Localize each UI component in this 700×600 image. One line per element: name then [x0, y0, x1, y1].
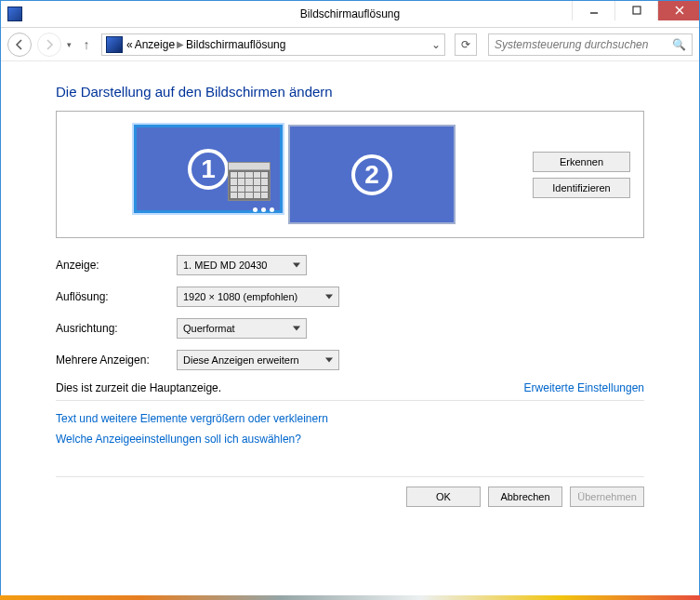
dialog-footer: OK Abbrechen Übernehmen: [0, 476, 700, 507]
select-multiple-value: Diese Anzeigen erweitern: [183, 354, 299, 366]
row-resolution: Auflösung: 1920 × 1080 (empfohlen): [56, 287, 644, 307]
breadcrumb-item[interactable]: Anzeige: [135, 38, 175, 51]
forward-button[interactable]: [37, 33, 61, 57]
footer-separator: [56, 476, 644, 477]
svg-rect-1: [633, 7, 641, 14]
display-arrangement-box: 1 2 Erkennen Identifizieren: [56, 111, 644, 238]
window-titlebar: Bildschirmauflösung: [0, 0, 700, 28]
resize-text-link[interactable]: Text und weitere Elemente vergrößern ode…: [56, 412, 644, 425]
row-multiple: Mehrere Anzeigen: Diese Anzeigen erweite…: [56, 350, 644, 370]
back-button[interactable]: [7, 33, 32, 57]
monitor-2[interactable]: 2: [288, 125, 456, 224]
detect-button[interactable]: Erkennen: [533, 152, 630, 172]
taskbar-dots-icon: [253, 207, 274, 212]
select-display-value: 1. MED MD 20430: [183, 260, 267, 271]
ok-button[interactable]: OK: [406, 487, 481, 507]
bottom-accent-strip: [0, 595, 700, 600]
page-heading: Die Darstellung auf den Bildschirmen änd…: [56, 84, 644, 100]
app-thumbnail-icon: [228, 162, 271, 201]
address-bar[interactable]: « Anzeige ▶ Bildschirmauflösung ⌄: [101, 33, 445, 56]
footer-buttons: OK Abbrechen Übernehmen: [56, 487, 644, 507]
row-orientation: Ausrichtung: Querformat: [56, 318, 644, 339]
search-icon: 🔍: [672, 38, 686, 51]
label-orientation: Ausrichtung:: [56, 322, 177, 335]
monitor-number: 1: [188, 149, 229, 190]
label-resolution: Auflösung:: [56, 290, 177, 303]
window-controls: [572, 0, 700, 27]
window-icon: [7, 7, 22, 21]
monitor-number: 2: [351, 154, 392, 195]
up-button[interactable]: ↑: [77, 35, 96, 54]
display-action-buttons: Erkennen Identifizieren: [533, 152, 630, 198]
history-dropdown-icon[interactable]: ▾: [67, 40, 72, 49]
display-preview-area[interactable]: 1 2: [70, 121, 520, 228]
select-multiple[interactable]: Diese Anzeigen erweitern: [177, 350, 339, 370]
breadcrumb-prefix: «: [126, 38, 133, 51]
settings-form: Anzeige: 1. MED MD 20430 Auflösung: 1920…: [56, 255, 644, 446]
help-link[interactable]: Welche Anzeigeeinstellungen soll ich aus…: [56, 433, 644, 446]
separator: [56, 400, 644, 401]
select-display[interactable]: 1. MED MD 20430: [177, 255, 307, 275]
window-title: Bildschirmauflösung: [300, 7, 400, 20]
address-dropdown-icon[interactable]: ⌄: [428, 38, 444, 51]
main-panel: Die Darstellung auf den Bildschirmen änd…: [0, 61, 700, 446]
breadcrumb-item[interactable]: Bildschirmauflösung: [186, 38, 285, 51]
select-orientation-value: Querformat: [183, 323, 235, 334]
close-button[interactable]: [657, 0, 700, 20]
label-multiple: Mehrere Anzeigen:: [56, 353, 177, 367]
search-input[interactable]: Systemsteuerung durchsuchen 🔍: [488, 33, 693, 56]
status-row: Dies ist zurzeit die Hauptanzeige. Erwei…: [56, 381, 644, 394]
main-display-status: Dies ist zurzeit die Hauptanzeige.: [56, 381, 221, 394]
monitor-1[interactable]: 1: [134, 125, 283, 213]
search-placeholder: Systemsteuerung durchsuchen: [495, 38, 648, 51]
advanced-settings-link[interactable]: Erweiterte Einstellungen: [524, 381, 644, 394]
row-display: Anzeige: 1. MED MD 20430: [56, 255, 644, 275]
maximize-button[interactable]: [614, 0, 657, 20]
select-resolution[interactable]: 1920 × 1080 (empfohlen): [177, 287, 339, 307]
breadcrumb: « Anzeige ▶ Bildschirmauflösung: [126, 38, 428, 51]
cancel-button[interactable]: Abbrechen: [488, 487, 562, 507]
identify-button[interactable]: Identifizieren: [533, 178, 630, 198]
select-resolution-value: 1920 × 1080 (empfohlen): [183, 291, 297, 302]
chevron-right-icon: ▶: [177, 39, 184, 49]
nav-bar: ▾ ↑ « Anzeige ▶ Bildschirmauflösung ⌄ ⟳ …: [0, 28, 700, 61]
address-icon: [106, 36, 123, 53]
minimize-button[interactable]: [572, 0, 614, 20]
label-display: Anzeige:: [56, 259, 177, 272]
refresh-button[interactable]: ⟳: [455, 33, 477, 56]
select-orientation[interactable]: Querformat: [177, 318, 307, 339]
apply-button[interactable]: Übernehmen: [570, 487, 644, 507]
